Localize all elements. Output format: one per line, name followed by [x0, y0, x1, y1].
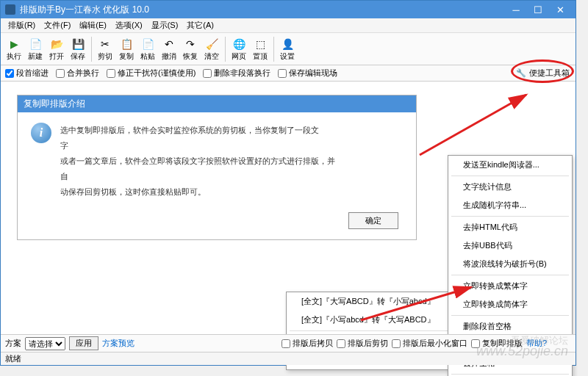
status-text: 就绪	[5, 354, 21, 363]
toolbar-复制[interactable]: 📋复制	[116, 35, 137, 63]
submenu-item[interactable]: [全文]『小写abcd』转『大写ABCD』	[287, 311, 457, 329]
toolbar-剪切[interactable]: ✂剪切	[95, 35, 115, 63]
toolbar: ▶执行📄新建📂打开💾保存✂剪切📋复制📄粘贴↶撤消↷恢复🧹清空🌐网页⬚置顶👤设置	[1, 33, 576, 65]
恢复-icon: ↷	[183, 37, 198, 51]
submenu-item[interactable]: 发送至kindle阅读器...	[448, 156, 572, 174]
粘贴-icon: 📄	[140, 37, 155, 51]
option-合并换行[interactable]: 合并换行	[56, 68, 99, 79]
清空-icon: 🧹	[204, 37, 219, 51]
保存-icon: 💾	[71, 37, 85, 51]
titlebar: 排版助手By一江春水 优化版 10.0 ─ ☐ ✕	[1, 1, 576, 18]
scheme-select[interactable]: 请选择	[25, 337, 65, 350]
help-link[interactable]: 帮助?	[526, 338, 547, 349]
menu-item[interactable]: 排版(R)	[4, 18, 40, 32]
复制-icon: 📋	[119, 37, 134, 51]
menu-item[interactable]: 其它(A)	[182, 18, 218, 32]
menu-item[interactable]: 编辑(E)	[75, 18, 111, 32]
剪切-icon: ✂	[98, 37, 112, 51]
svg-line-0	[420, 95, 526, 155]
submenu-item[interactable]: [全文]『大写ABCD』转『小写abcd』	[287, 292, 457, 311]
info-icon: i	[31, 123, 51, 143]
网页-icon: 🌐	[232, 37, 246, 51]
toolbar-执行[interactable]: ▶执行	[4, 35, 24, 63]
minimize-button[interactable]: ─	[505, 2, 527, 17]
footer-chk-cut[interactable]: 排版后剪切	[337, 338, 388, 349]
menu-item[interactable]: 显示(S)	[147, 18, 183, 32]
statusbar: 就绪	[1, 352, 576, 365]
option-段首缩进[interactable]: 段首缩进	[5, 68, 49, 79]
toolbar-separator	[273, 37, 274, 62]
toolbar-separator	[91, 37, 92, 62]
submenu-item[interactable]: 立即转换成简体字	[448, 295, 572, 314]
options-bar: 段首缩进合并换行修正干扰符(谨慎使用)删除非段落换行保存编辑现场 🔧 便捷工具箱	[1, 65, 576, 82]
submenu-item[interactable]: 文字统计信息	[448, 178, 572, 196]
toolbar-清空[interactable]: 🧹清空	[201, 35, 222, 63]
content-area: 复制即排版介绍 i 选中复制即排版后，软件会实时监控你系统的剪切板，当你复制了一…	[1, 82, 576, 346]
执行-icon: ▶	[7, 37, 21, 51]
scheme-label: 方案	[5, 338, 21, 349]
submenu-item[interactable]: 去掉UBB代码	[448, 236, 572, 255]
toolbar-打开[interactable]: 📂打开	[46, 35, 67, 63]
toolbar-网页[interactable]: 🌐网页	[229, 35, 249, 63]
打开-icon: 📂	[49, 37, 64, 51]
置顶-icon: ⬚	[253, 37, 268, 51]
toolbar-粘贴[interactable]: 📄粘贴	[137, 35, 158, 63]
toolbar-新建[interactable]: 📄新建	[25, 35, 46, 63]
option-删除非段落换行[interactable]: 删除非段落换行	[203, 68, 270, 79]
footer-chk-min[interactable]: 排版后最小化窗口	[392, 338, 467, 349]
app-window: 排版助手By一江春水 优化版 10.0 ─ ☐ ✕ 排版(R)文件(F)编辑(E…	[0, 0, 576, 366]
dialog-title: 复制即排版介绍	[18, 95, 416, 112]
toolbar-设置[interactable]: 👤设置	[277, 35, 298, 63]
footer-bar: 方案 请选择 应用 方案预览 排版后拷贝 排版后剪切 排版后最小化窗口 复制即排…	[1, 334, 576, 352]
menubar: 排版(R)文件(F)编辑(E)选项(X)显示(S)其它(A)	[1, 18, 576, 33]
apply-button[interactable]: 应用	[69, 336, 98, 350]
toolbar-恢复[interactable]: ↷恢复	[180, 35, 201, 63]
maximize-button[interactable]: ☐	[527, 2, 549, 17]
option-修正干扰符(谨慎使用)[interactable]: 修正干扰符(谨慎使用)	[107, 68, 196, 79]
intro-dialog: 复制即排版介绍 i 选中复制即排版后，软件会实时监控你系统的剪切板，当你复制了一…	[17, 95, 417, 240]
新建-icon: 📄	[28, 37, 43, 51]
toolbar-撤消[interactable]: ↶撤消	[159, 35, 179, 63]
window-title: 排版助手By一江春水 优化版 10.0	[20, 4, 505, 16]
toolbox-label: 便捷工具箱	[529, 68, 570, 79]
submenu-item[interactable]: 立即转换成繁体字	[448, 277, 572, 295]
menu-item[interactable]: 选项(X)	[111, 18, 147, 32]
toolbar-保存[interactable]: 💾保存	[68, 35, 88, 63]
toolbox-button[interactable]: 🔧 便捷工具箱	[516, 68, 570, 79]
toolbar-置顶[interactable]: ⬚置顶	[250, 35, 270, 63]
撤消-icon: ↶	[162, 37, 176, 51]
设置-icon: 👤	[280, 37, 295, 51]
app-icon	[5, 4, 15, 15]
footer-chk-copyformat[interactable]: 复制即排版	[471, 338, 523, 349]
option-保存编辑现场[interactable]: 保存编辑现场	[278, 68, 337, 79]
footer-chk-copy[interactable]: 排版后拷贝	[282, 338, 333, 349]
ok-button[interactable]: 确定	[348, 212, 398, 229]
submenu-item[interactable]: 将波浪线转为破折号(B)	[448, 255, 572, 273]
submenu-item[interactable]: 生成随机字符串...	[448, 196, 572, 214]
wrench-icon: 🔧	[516, 68, 526, 78]
dialog-text: 选中复制即排版后，软件会实时监控你系统的剪切板，当你复制了一段文 字 或者一篇文…	[60, 123, 335, 199]
submenu-item[interactable]: 去掉HTML代码	[448, 218, 572, 236]
submenu-item[interactable]: 删除段首空格	[448, 317, 572, 336]
annotation-arrow-1	[412, 89, 545, 162]
toolbar-separator	[225, 37, 226, 62]
preview-link[interactable]: 方案预览	[102, 338, 135, 349]
menu-item[interactable]: 文件(F)	[40, 18, 75, 32]
close-button[interactable]: ✕	[549, 2, 571, 17]
